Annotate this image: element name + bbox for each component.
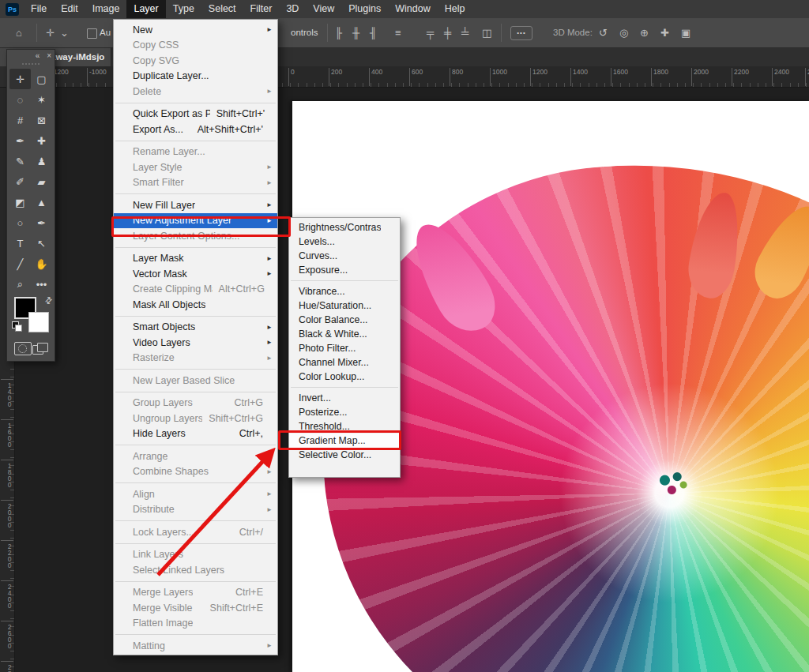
adjustment-submenu-item[interactable]: Levels... — [289, 235, 400, 249]
pen-tool-button[interactable]: ✒ — [31, 212, 52, 233]
slide-3d-icon[interactable]: ✚ — [660, 18, 669, 47]
menubar-item[interactable]: Filter — [243, 0, 280, 18]
adjustment-submenu-item[interactable]: Vibrance... — [289, 284, 400, 298]
more-options-button[interactable]: ••• — [510, 26, 532, 40]
adjustment-submenu-item[interactable]: Photo Filter... — [289, 341, 400, 355]
menubar-item[interactable]: Select — [201, 0, 243, 18]
home-icon[interactable]: ⌂ — [16, 18, 22, 47]
crop-tool-button[interactable]: # — [9, 110, 31, 130]
history-brush-tool-button[interactable]: ✐ — [9, 171, 31, 192]
menubar-item[interactable]: Image — [85, 0, 127, 18]
collapse-panel-icon[interactable]: « — [36, 51, 40, 60]
healing-brush-tool-button[interactable]: ✚ — [31, 130, 52, 151]
edit-toolbar-button[interactable]: ••• — [31, 274, 52, 295]
menubar-item[interactable]: Type — [166, 0, 201, 18]
align-right-edges-icon[interactable]: ╢ — [370, 18, 377, 47]
layer-menu-item[interactable]: Distribute ► — [114, 502, 277, 518]
layer-menu-item[interactable]: Layer Style ► — [114, 160, 277, 175]
orbit-3d-icon[interactable]: ↺ — [599, 18, 608, 47]
menubar-item[interactable]: Layer — [126, 0, 165, 18]
object-selection-tool-button[interactable]: ✶ — [31, 89, 52, 110]
brush-tool-button[interactable]: ✎ — [9, 151, 31, 171]
zoom-tool-button[interactable]: ⌕ — [9, 274, 31, 295]
move-tool-button[interactable]: ✛ — [9, 69, 31, 89]
menubar-item[interactable]: 3D — [279, 0, 306, 18]
layer-menu-item[interactable]: Group Layers Ctrl+G — [114, 396, 277, 411]
adjustment-submenu-item[interactable]: Hue/Saturation... — [289, 298, 400, 313]
align-horizontal-centers-icon[interactable]: ╫ — [352, 18, 359, 47]
menubar-item[interactable]: Window — [388, 0, 437, 18]
clone-stamp-tool-button[interactable]: ♟ — [31, 151, 52, 171]
swap-colors-icon[interactable]: ⇄ — [43, 295, 55, 307]
quick-mask-button[interactable] — [14, 342, 32, 355]
layer-menu-item[interactable]: Merge Visible Shift+Ctrl+E — [114, 600, 277, 616]
adjustment-submenu-item[interactable]: Brightness/Contrast... — [289, 220, 400, 235]
layer-menu-item[interactable]: Rasterize ► — [114, 351, 277, 366]
panel-grip[interactable] — [22, 63, 40, 66]
align-bottom-edges-icon[interactable]: ╧ — [461, 18, 468, 47]
type-tool-button[interactable]: T — [9, 233, 31, 253]
eyedropper-tool-button[interactable]: ✒ — [9, 130, 31, 151]
menubar-item[interactable]: View — [306, 0, 341, 18]
layer-menu-item[interactable]: Ungroup Layers Shift+Ctrl+G — [114, 411, 277, 426]
layer-menu-item[interactable]: New Fill Layer ► — [114, 197, 277, 213]
menubar-item[interactable]: Edit — [54, 0, 85, 18]
layer-menu-item[interactable]: Lock Layers... Ctrl+/ — [114, 524, 277, 540]
adjustment-submenu-item[interactable]: Exposure... — [289, 263, 400, 277]
layer-menu-item[interactable]: Rename Layer... — [114, 145, 277, 160]
menubar-item[interactable]: File — [24, 0, 54, 18]
layer-menu-item[interactable]: Arrange ► — [114, 449, 277, 464]
blur-tool-button[interactable]: ▲ — [31, 192, 52, 212]
align-vertical-centers-icon[interactable]: ╪ — [444, 18, 451, 47]
auto-select-checkbox[interactable] — [87, 28, 97, 39]
adjustment-submenu-item[interactable]: Color Balance... — [289, 313, 400, 327]
background-color-swatch[interactable] — [28, 312, 49, 332]
align-left-edges-icon[interactable]: ╟ — [335, 18, 342, 47]
hand-tool-button[interactable]: ✋ — [31, 253, 52, 274]
layer-menu-item[interactable]: Smart Filter ► — [114, 175, 277, 191]
layer-menu-item[interactable]: Quick Export as PNG Shift+Ctrl+' — [114, 107, 277, 122]
distribute-horizontal-icon[interactable]: ≡ — [395, 18, 401, 47]
layer-menu-item[interactable]: New Layer Based Slice — [114, 373, 277, 389]
path-selection-tool-button[interactable]: ↖ — [31, 233, 52, 253]
dropdown-chevron-icon[interactable]: ⌄ — [60, 18, 69, 47]
screen-mode-button[interactable] — [32, 343, 48, 355]
dolly-camera-3d-icon[interactable]: ▣ — [681, 18, 690, 47]
adjustment-submenu-item[interactable]: Curves... — [289, 249, 400, 263]
layer-menu-item[interactable]: Smart Objects ► — [114, 320, 277, 336]
align-top-edges-icon[interactable]: ╤ — [427, 18, 434, 47]
layer-menu-item[interactable]: Vector Mask ► — [114, 266, 277, 282]
layer-menu-item[interactable]: Matting ► — [114, 638, 277, 654]
adjustment-submenu-item[interactable]: Channel Mixer... — [289, 355, 400, 370]
dodge-tool-button[interactable]: ○ — [9, 212, 31, 233]
layer-menu-item[interactable]: Select Linked Layers — [114, 562, 277, 578]
line-tool-button[interactable]: ╱ — [9, 253, 31, 274]
menubar-item[interactable]: Plugins — [341, 0, 388, 18]
layer-menu-item[interactable]: Export As... Alt+Shift+Ctrl+' — [114, 122, 277, 137]
layer-menu-item[interactable]: Delete ► — [114, 84, 277, 99]
layer-menu-item[interactable]: Merge Layers Ctrl+E — [114, 585, 277, 601]
roll-3d-icon[interactable]: ◎ — [619, 18, 628, 47]
default-colors-icon[interactable] — [12, 321, 21, 331]
distribute-vertical-icon[interactable]: ◫ — [482, 18, 491, 47]
layer-menu-item[interactable]: Layer Mask ► — [114, 251, 277, 267]
layer-menu-item[interactable]: Video Layers ► — [114, 335, 277, 351]
layer-menu-item[interactable]: Mask All Objects — [114, 297, 277, 313]
layer-menu-item[interactable]: Align ► — [114, 486, 277, 502]
adjustment-submenu-item[interactable]: Black & White... — [289, 327, 400, 341]
layer-menu-item[interactable]: Flatten Image — [114, 616, 277, 632]
layer-menu-item[interactable]: Combine Shapes ► — [114, 464, 277, 480]
layer-menu-item[interactable]: Copy SVG — [114, 53, 277, 69]
adjustment-submenu-item[interactable]: Invert... — [289, 391, 400, 405]
close-panel-icon[interactable]: × — [47, 51, 51, 60]
rectangular-marquee-tool-button[interactable]: ▢ — [31, 69, 52, 89]
move-tool-icon[interactable]: ✛ — [46, 18, 55, 47]
adjustment-submenu-item[interactable]: Color Lookup... — [289, 370, 400, 384]
lasso-tool-button[interactable]: ◌ — [9, 89, 31, 110]
eraser-tool-button[interactable]: ▰ — [31, 171, 52, 192]
layer-menu-item[interactable]: Create Clipping Mask Alt+Ctrl+G — [114, 282, 277, 298]
frame-tool-button[interactable]: ⊠ — [31, 110, 52, 130]
adjustment-submenu-item[interactable]: Posterize... — [289, 405, 400, 419]
gradient-tool-button[interactable]: ◩ — [9, 192, 31, 212]
layer-menu-item[interactable]: Duplicate Layer... — [114, 69, 277, 84]
